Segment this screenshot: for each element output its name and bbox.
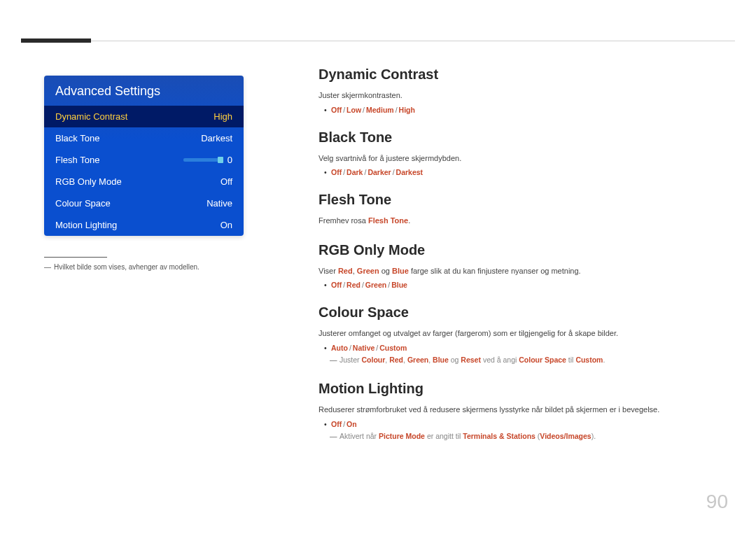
dash-icon: ― [330, 431, 337, 442]
text: . [603, 356, 605, 364]
section-desc: Fremhev rosa Flesh Tone. [318, 215, 721, 227]
section-heading: Motion Lighting [318, 381, 721, 397]
text-bold: Custom [575, 356, 603, 364]
opt: Blue [391, 281, 407, 289]
row-value: Darkest [201, 133, 232, 143]
row-label: Flesh Tone [55, 155, 99, 165]
text-bold: Terminals & Stations [463, 432, 536, 440]
text-bold: Colour [362, 356, 386, 364]
row-label: RGB Only Mode [55, 176, 122, 187]
row-label: Black Tone [55, 133, 99, 143]
opt: Off [331, 281, 342, 289]
footnote-content: Hvilket bilde som vises, avhenger av mod… [54, 263, 200, 271]
row-slider-group: 0 [183, 155, 232, 165]
panel-row-black-tone[interactable]: Black Tone Darkest [44, 127, 244, 149]
section-desc: Juster skjermkontrasten. [318, 90, 721, 101]
section-flesh-tone: Flesh Tone Fremhev rosa Flesh Tone. [318, 192, 721, 227]
section-options: Off/Red/Green/Blue [318, 281, 721, 289]
text: . [408, 216, 410, 225]
row-value: High [214, 111, 232, 122]
opt: Green [365, 281, 386, 289]
text-bold: Blue [433, 356, 449, 364]
footnote-text: ―Hvilket bilde som vises, avhenger av mo… [44, 263, 244, 271]
section-options: Off/On [318, 420, 721, 428]
section-heading: RGB Only Mode [318, 242, 721, 258]
text-bold: Picture Mode [379, 432, 425, 440]
section-note: ― Aktivert når Picture Mode er angitt ti… [318, 431, 721, 442]
text: og [449, 356, 461, 364]
text: Juster [340, 356, 362, 364]
panel-row-flesh-tone[interactable]: Flesh Tone 0 [44, 149, 244, 171]
text-bold: Flesh Tone [368, 216, 408, 225]
header-divider [21, 41, 735, 41]
text-bold: Videos/Images [540, 432, 591, 440]
section-desc: Velg svartnivå for å justere skjermdybde… [318, 153, 721, 164]
section-desc: Viser Red, Green og Blue farge slik at d… [318, 265, 721, 277]
section-heading: Dynamic Contrast [318, 66, 721, 83]
row-value: 0 [227, 155, 232, 165]
section-heading: Black Tone [318, 129, 721, 146]
opt: Native [353, 344, 375, 352]
row-label: Dynamic Contrast [55, 111, 127, 122]
section-dynamic-contrast: Dynamic Contrast Juster skjermkontrasten… [318, 66, 721, 114]
row-value: Native [206, 198, 232, 209]
left-column: Advanced Settings Dynamic Contrast High … [44, 76, 244, 271]
row-value: On [220, 220, 232, 230]
row-label: Motion Lighting [55, 220, 117, 230]
text-bold: Colour Space [519, 356, 566, 364]
text-bold: Blue [392, 267, 409, 275]
panel-row-colour-space[interactable]: Colour Space Native [44, 192, 244, 214]
opt: On [346, 420, 357, 428]
panel-row-dynamic-contrast[interactable]: Dynamic Contrast High [44, 106, 244, 127]
section-desc: Reduserer strømforbruket ved å redusere … [318, 404, 721, 416]
opt: Low [346, 106, 361, 114]
right-column: Dynamic Contrast Juster skjermkontrasten… [318, 66, 721, 458]
text: Viser [318, 267, 338, 275]
opt: Custom [379, 344, 407, 352]
text: ved å angi [481, 356, 519, 364]
opt: Dark [346, 168, 363, 176]
opt: Darkest [396, 168, 424, 176]
text: og [379, 267, 392, 275]
text: farge slik at du kan finjustere nyanser … [409, 267, 581, 275]
section-rgb-only: RGB Only Mode Viser Red, Green og Blue f… [318, 242, 721, 290]
row-value: Off [220, 176, 232, 187]
text: Fremhev rosa [318, 216, 368, 225]
section-black-tone: Black Tone Velg svartnivå for å justere … [318, 129, 721, 177]
opt: Medium [366, 106, 394, 114]
section-heading: Flesh Tone [318, 192, 721, 208]
opt: Auto [331, 344, 348, 352]
dash-icon: ― [330, 355, 337, 366]
page-number: 90 [706, 491, 728, 513]
section-note: ― Juster Colour, Red, Green, Blue og Res… [318, 355, 721, 366]
opt: Off [331, 168, 342, 176]
text: er angitt til [425, 432, 463, 440]
opt: High [399, 106, 415, 114]
slider-track[interactable] [183, 158, 222, 162]
text-bold: Red [389, 356, 403, 364]
panel-row-rgb-only[interactable]: RGB Only Mode Off [44, 171, 244, 192]
text-bold: Green [407, 356, 428, 364]
text-bold: Reset [461, 356, 481, 364]
section-motion-lighting: Motion Lighting Reduserer strømforbruket… [318, 381, 721, 442]
section-colour-space: Colour Space Justerer omfanget og utvalg… [318, 304, 721, 365]
advanced-settings-panel: Advanced Settings Dynamic Contrast High … [44, 76, 244, 236]
opt: Red [346, 281, 360, 289]
opt: Off [331, 106, 342, 114]
panel-title: Advanced Settings [44, 76, 244, 106]
section-options: Off/Dark/Darker/Darkest [318, 168, 721, 176]
section-desc: Justerer omfanget og utvalget av farger … [318, 328, 721, 339]
text: ). [592, 432, 596, 440]
opt: Off [331, 420, 342, 428]
text: Aktivert når [340, 432, 379, 440]
text-bold: Green [357, 267, 379, 275]
header-accent-tab [21, 38, 91, 43]
text: til [566, 356, 575, 364]
footnote-separator [44, 257, 107, 258]
opt: Darker [368, 168, 391, 176]
text-bold: Red [338, 267, 353, 275]
section-options: Off/Low/Medium/High [318, 106, 721, 114]
panel-row-motion-lighting[interactable]: Motion Lighting On [44, 214, 244, 236]
section-options: Auto/Native/Custom [318, 344, 721, 352]
row-label: Colour Space [55, 198, 111, 209]
